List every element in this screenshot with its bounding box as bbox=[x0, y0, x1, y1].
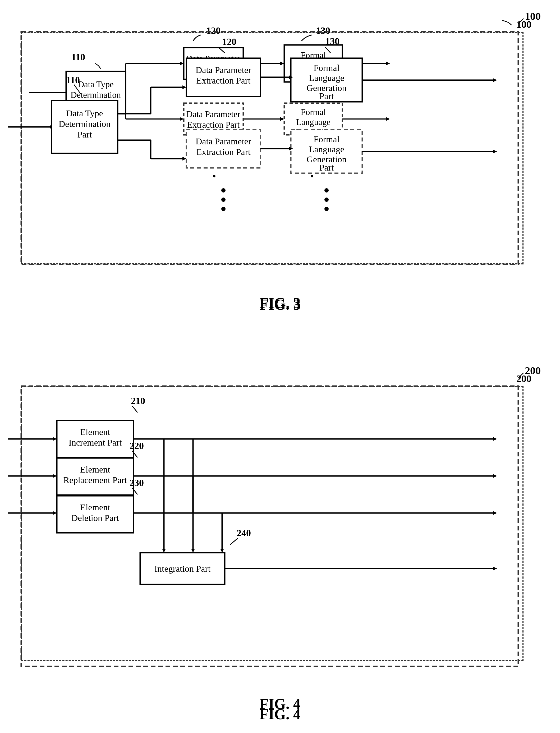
svg-marker-125 bbox=[493, 474, 497, 478]
ref-210-text: 210 bbox=[131, 396, 145, 406]
svg-text:Increment Part: Increment Part bbox=[68, 438, 122, 447]
svg-text:Formal: Formal bbox=[314, 63, 339, 73]
svg-line-128 bbox=[230, 538, 238, 545]
svg-line-92 bbox=[518, 373, 524, 378]
svg-text:Replacement Part: Replacement Part bbox=[63, 475, 127, 485]
svg-text:Element: Element bbox=[80, 465, 110, 474]
svg-text:Determination: Determination bbox=[59, 119, 111, 129]
ref-200-label: 200 bbox=[525, 365, 541, 377]
main-svg: 100 110 Data Type Determination Part 120… bbox=[0, 0, 560, 733]
svg-line-43 bbox=[518, 19, 524, 24]
ref-220-text: 220 bbox=[130, 441, 144, 451]
svg-text:Data Type: Data Type bbox=[66, 108, 103, 118]
svg-point-86 bbox=[221, 188, 226, 193]
svg-point-87 bbox=[221, 198, 226, 202]
svg-line-47 bbox=[74, 85, 81, 94]
svg-text:Data Parameter: Data Parameter bbox=[196, 136, 251, 146]
svg-text:Part: Part bbox=[319, 91, 334, 101]
svg-text:Part: Part bbox=[319, 163, 334, 172]
svg-line-60 bbox=[218, 47, 225, 53]
svg-text:Element: Element bbox=[80, 427, 110, 437]
ref-130-text: 130 bbox=[325, 36, 339, 47]
svg-marker-73 bbox=[493, 78, 497, 82]
svg-point-91 bbox=[324, 207, 329, 211]
ref-230-text: 230 bbox=[130, 478, 144, 488]
svg-marker-132 bbox=[493, 567, 497, 570]
svg-text:Language: Language bbox=[309, 144, 344, 154]
fig4-caption-text: FIG. 4 bbox=[259, 706, 301, 722]
svg-marker-127 bbox=[493, 511, 497, 515]
svg-text:Extraction Part: Extraction Part bbox=[196, 147, 251, 157]
svg-text:Deletion Part: Deletion Part bbox=[71, 513, 119, 523]
svg-text:Part: Part bbox=[77, 130, 92, 139]
ref-240-text: 240 bbox=[237, 528, 251, 538]
svg-marker-85 bbox=[493, 150, 497, 153]
svg-marker-123 bbox=[493, 437, 497, 441]
svg-line-64 bbox=[325, 47, 331, 53]
svg-point-90 bbox=[324, 198, 329, 202]
svg-text:Formal: Formal bbox=[314, 134, 339, 144]
fig3-caption-text: FIG. 3 bbox=[259, 295, 301, 311]
ref-100-label: 100 bbox=[525, 10, 541, 22]
ref-110-text: 110 bbox=[66, 75, 80, 85]
svg-text:Element: Element bbox=[80, 502, 110, 512]
svg-point-88 bbox=[221, 207, 226, 211]
svg-point-89 bbox=[324, 188, 329, 193]
svg-text:Language: Language bbox=[309, 73, 344, 83]
svg-text:Data Parameter: Data Parameter bbox=[196, 65, 251, 75]
svg-text:Integration Part: Integration Part bbox=[154, 564, 211, 574]
svg-line-100 bbox=[132, 406, 137, 413]
ref-120-text: 120 bbox=[222, 36, 236, 47]
svg-text:Extraction Part: Extraction Part bbox=[196, 76, 251, 85]
